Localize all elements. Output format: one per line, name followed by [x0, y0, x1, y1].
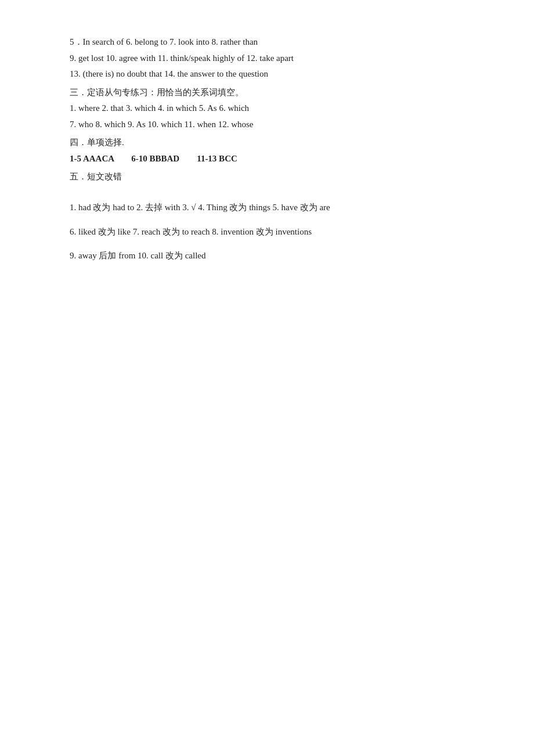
section5: 五．短文改错 1. had 改为 had to 2. 去掉 with 3. √ … — [70, 170, 464, 264]
section5-title: 五．短文改错 — [70, 170, 464, 185]
phrase-line1: 5．In search of 6. belong to 7. look into… — [70, 35, 464, 50]
section3-row1: 1. where 2. that 3. which 4. in which 5.… — [70, 101, 464, 116]
phrase-line2: 9. get lost 10. agree with 11. think/spe… — [70, 51, 464, 66]
section4: 四．单项选择. 1-5 AAACA 6-10 BBBAD 11-13 BCC — [70, 135, 464, 166]
phrase-line3: 13. (there is) no doubt that 14. the ans… — [70, 67, 464, 82]
section3-title: 三．定语从句专练习：用恰当的关系词填空。 — [70, 85, 464, 100]
section5-line3: 9. away 后加 from 10. call 改为 called — [70, 249, 464, 264]
section4-answers-1-5: 1-5 AAACA — [70, 154, 114, 163]
section5-line2: 6. liked 改为 like 7. reach 改为 to reach 8.… — [70, 225, 464, 240]
section4-answers-6-10: 6-10 BBBAD — [131, 154, 179, 163]
section4-row1-2: 1-5 AAACA 6-10 BBBAD 11-13 BCC — [70, 152, 464, 167]
section3: 三．定语从句专练习：用恰当的关系词填空。 1. where 2. that 3.… — [70, 85, 464, 132]
section5-line1: 1. had 改为 had to 2. 去掉 with 3. √ 4. Thin… — [70, 200, 464, 215]
section3-row2: 7. who 8. which 9. As 10. which 11. when… — [70, 117, 464, 132]
section4-answers-11-13: 11-13 BCC — [197, 154, 237, 163]
phrase-section: 5．In search of 6. belong to 7. look into… — [70, 35, 464, 82]
page-content: 5．In search of 6. belong to 7. look into… — [70, 35, 464, 264]
section4-title: 四．单项选择. — [70, 135, 464, 150]
